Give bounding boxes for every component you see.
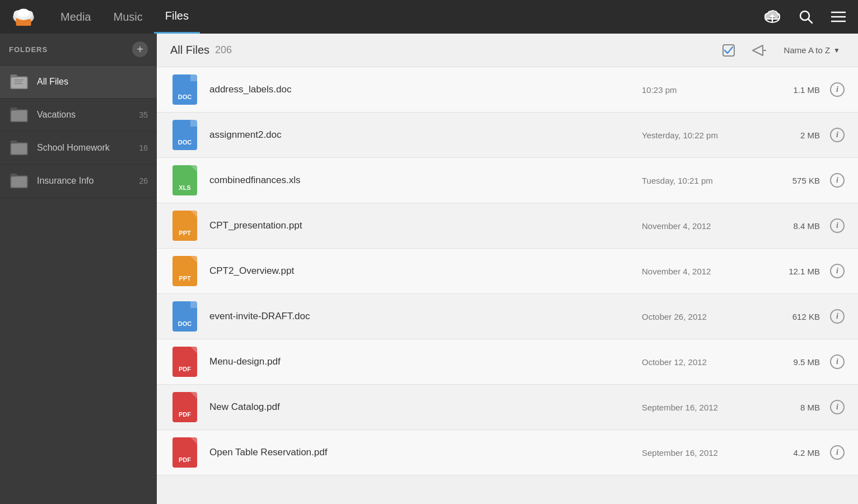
file-size: 12.1 MB xyxy=(775,267,820,276)
sidebar-title: FOLDERS xyxy=(9,45,48,54)
sidebar: FOLDERS + All Files xyxy=(0,34,157,504)
file-area-actions: Name A to Z ▼ xyxy=(720,42,845,59)
file-row[interactable]: DOC event-invite-DRAFT.doc October 26, 2… xyxy=(157,294,858,339)
svg-rect-23 xyxy=(14,83,23,85)
sidebar-header: FOLDERS + xyxy=(0,34,157,66)
file-info-button[interactable]: i xyxy=(830,82,845,97)
file-icon-wrapper: PPT xyxy=(170,254,199,288)
sidebar-item-insurance-info[interactable]: Insurance Info 26 xyxy=(0,165,157,198)
file-icon-wrapper: XLS xyxy=(170,164,199,197)
file-area-title: All Files xyxy=(170,44,209,57)
svg-rect-32 xyxy=(11,176,27,187)
svg-text:DOC: DOC xyxy=(178,139,192,146)
svg-point-8 xyxy=(17,9,30,17)
file-info-button[interactable]: i xyxy=(830,309,845,324)
file-icon-wrapper: PDF xyxy=(170,390,199,424)
sidebar-item-label-vacations: Vacations xyxy=(37,110,131,120)
file-date: October 12, 2012 xyxy=(642,357,765,367)
folder-icon-school-homework xyxy=(9,139,29,156)
file-info-button[interactable]: i xyxy=(830,128,845,142)
file-row[interactable]: PDF New Catalog.pdf September 16, 2012 8… xyxy=(157,385,858,430)
sidebar-item-label-insurance-info: Insurance Info xyxy=(37,176,131,186)
svg-text:DOC: DOC xyxy=(178,320,192,327)
file-row[interactable]: PDF Menu-design.pdf October 12, 2012 9.5… xyxy=(157,339,858,385)
sidebar-item-vacations[interactable]: Vacations 35 xyxy=(0,99,157,132)
file-date: Tuesday, 10:21 pm xyxy=(642,176,765,185)
nav-links: Media Music Files xyxy=(49,0,761,34)
sort-button[interactable]: Name A to Z ▼ xyxy=(780,43,845,57)
sidebar-item-count-school-homework: 16 xyxy=(139,143,148,152)
file-size: 8 MB xyxy=(775,403,820,412)
upload-button[interactable] xyxy=(761,6,784,27)
sidebar-item-label-all-files: All Files xyxy=(37,77,140,87)
add-folder-button[interactable]: + xyxy=(132,41,148,57)
svg-text:DOC: DOC xyxy=(178,94,192,100)
file-info-button[interactable]: i xyxy=(830,354,845,369)
top-navigation: Media Music Files xyxy=(0,0,858,34)
file-name: Menu-design.pdf xyxy=(209,356,632,367)
file-row[interactable]: XLS combinedfinances.xls Tuesday, 10:21 … xyxy=(157,158,858,203)
file-icon-wrapper: PPT xyxy=(170,209,199,242)
file-size: 4.2 MB xyxy=(775,448,820,458)
svg-text:PPT: PPT xyxy=(179,230,191,236)
svg-text:PPT: PPT xyxy=(179,275,191,282)
file-name: assignment2.doc xyxy=(209,129,632,141)
file-info-button[interactable]: i xyxy=(830,264,845,278)
file-row[interactable]: DOC address_labels.doc 10:23 pm 1.1 MB i xyxy=(157,67,858,113)
file-name: Open Table Reservation.pdf xyxy=(209,447,632,458)
svg-text:XLS: XLS xyxy=(179,184,190,191)
file-info-button[interactable]: i xyxy=(830,173,845,188)
file-row[interactable]: PPT CPT_presentation.ppt November 4, 201… xyxy=(157,203,858,249)
svg-text:PDF: PDF xyxy=(179,456,191,463)
file-size: 1.1 MB xyxy=(775,85,820,95)
file-row[interactable]: DOC assignment2.doc Yesterday, 10:22 pm … xyxy=(157,113,858,158)
file-date: November 4, 2012 xyxy=(642,221,765,231)
svg-text:PDF: PDF xyxy=(179,411,191,418)
sidebar-item-count-insurance-info: 26 xyxy=(139,176,148,185)
file-date: October 26, 2012 xyxy=(642,312,765,321)
file-icon-wrapper: PDF xyxy=(170,436,199,469)
file-icon-wrapper: DOC xyxy=(170,118,199,152)
sidebar-item-school-homework[interactable]: School Homework 16 xyxy=(0,132,157,165)
folder-icon-all-files xyxy=(9,73,29,90)
file-row[interactable]: PDF Open Table Reservation.pdf September… xyxy=(157,430,858,475)
file-list: DOC address_labels.doc 10:23 pm 1.1 MB i… xyxy=(157,67,858,504)
svg-rect-29 xyxy=(11,143,27,154)
file-icon-wrapper: DOC xyxy=(170,73,199,106)
sidebar-item-label-school-homework: School Homework xyxy=(37,143,131,153)
nav-files[interactable]: Files xyxy=(154,0,200,34)
file-info-button[interactable]: i xyxy=(830,400,845,414)
nav-music[interactable]: Music xyxy=(102,0,153,34)
menu-button[interactable] xyxy=(828,8,849,26)
file-name: CPT2_Overview.ppt xyxy=(209,265,632,277)
file-icon-wrapper: PDF xyxy=(170,345,199,379)
file-name: address_labels.doc xyxy=(209,84,632,95)
file-size: 2 MB xyxy=(775,130,820,140)
app-logo xyxy=(9,2,38,31)
sidebar-item-all-files[interactable]: All Files xyxy=(0,66,157,99)
file-info-button[interactable]: i xyxy=(830,445,845,460)
svg-rect-20 xyxy=(11,77,27,88)
file-size: 9.5 MB xyxy=(775,357,820,367)
search-button[interactable] xyxy=(795,6,817,27)
file-area-header: All Files 206 xyxy=(157,34,858,67)
folder-icon-insurance-info xyxy=(9,172,29,189)
sort-arrow: ▼ xyxy=(833,46,840,54)
file-date: 10:23 pm xyxy=(642,85,765,95)
select-all-button[interactable] xyxy=(720,42,739,59)
file-name: combinedfinances.xls xyxy=(209,175,632,186)
nav-media[interactable]: Media xyxy=(49,0,102,34)
top-actions xyxy=(761,6,849,27)
folder-icon-vacations xyxy=(9,106,29,123)
file-size: 612 KB xyxy=(775,312,820,321)
share-button[interactable] xyxy=(749,42,770,59)
svg-rect-26 xyxy=(11,110,27,121)
file-row[interactable]: PPT CPT2_Overview.ppt November 4, 2012 1… xyxy=(157,249,858,294)
file-date: Yesterday, 10:22 pm xyxy=(642,130,765,140)
file-date: September 16, 2012 xyxy=(642,448,765,458)
file-name: CPT_presentation.ppt xyxy=(209,220,632,231)
file-info-button[interactable]: i xyxy=(830,218,845,233)
file-name: New Catalog.pdf xyxy=(209,402,632,413)
svg-rect-21 xyxy=(14,80,24,81)
file-date: November 4, 2012 xyxy=(642,267,765,276)
